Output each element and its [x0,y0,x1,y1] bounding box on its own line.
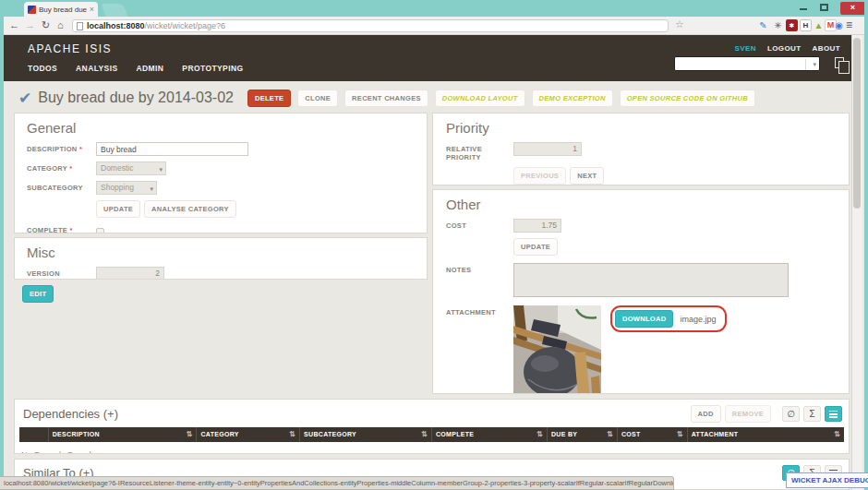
menu-item-admin[interactable]: ADMIN [136,64,163,73]
download-layout-button[interactable]: DOWNLOAD LAYOUT [435,90,525,107]
priority-heading: Priority [446,120,849,136]
open-source-button[interactable]: OPEN SOURCE CODE ON GITHUB [620,90,755,107]
cost-field: 1.75 [513,219,561,233]
main-menu: TODOS ANALYSIS ADMIN PROTOTYPING [28,64,243,73]
column-category[interactable]: CATEGORY⇅ [197,427,300,442]
browser-tab[interactable]: Buy bread due by 20 × [24,2,98,17]
close-window-button[interactable]: × [840,2,865,15]
description-label: DESCRIPTION * [27,142,96,153]
copy-icon[interactable] [835,57,844,68]
back-icon[interactable]: ← [9,18,19,32]
sort-icon: ⇅ [677,431,683,438]
subcategory-label: SUBCATEGORY [27,181,96,192]
category-label: CATEGORY * [27,161,96,173]
column-complete[interactable]: COMPLETE⇅ [431,427,547,442]
browser-window: Buy bread due by 20 × × ← → ↻ ⌂ localhos… [0,0,868,490]
window-edge-left [0,0,4,490]
browser-menu-icon[interactable]: ≡ [846,19,852,31]
update-cost-button[interactable]: UPDATE [513,238,558,256]
notes-label: NOTES [446,263,513,274]
chevron-down-icon[interactable]: ▾ [813,61,816,68]
sort-icon: ⇅ [186,431,192,438]
sort-icon: ⇅ [607,431,613,438]
download-button[interactable]: DOWNLOAD [615,310,673,328]
window-edge-right [864,0,868,490]
summary-sigma-icon[interactable]: Σ [803,406,821,422]
reload-icon[interactable]: ↻ [42,18,50,32]
update-button[interactable]: UPDATE [96,200,140,218]
tab-title: Buy bread due by 20 [39,6,87,14]
column-attachment[interactable]: ATTACHMENT⇅ [687,427,844,442]
relative-priority-field: 1 [513,142,582,156]
add-button[interactable]: ADD [691,405,721,423]
column-cost[interactable]: COST⇅ [617,427,687,442]
home-icon[interactable]: ⌂ [57,18,64,32]
app-brand[interactable]: APACHE ISIS [28,42,112,55]
wicket-ajax-debug-link[interactable]: WICKET AJAX DEBUG [786,472,868,488]
about-link[interactable]: ABOUT [813,44,840,53]
description-input[interactable] [96,142,248,156]
general-heading: General [27,120,427,136]
menu-item-todos[interactable]: TODOS [28,64,57,73]
logout-link[interactable]: LOGOUT [767,44,802,53]
notes-textarea [513,263,789,297]
hide-columns-icon[interactable]: ∅ [782,406,800,422]
next-button[interactable]: NEXT [570,167,604,185]
complete-checkbox [96,228,104,233]
misc-panel: Misc VERSION 2 [14,237,428,280]
attachment-image [513,305,601,394]
tab-close-icon[interactable]: × [90,6,94,14]
bookmark-star-icon[interactable]: ☆ [675,18,684,30]
minimize-button[interactable] [800,8,807,10]
h-extension-icon[interactable]: H [800,19,812,31]
no-records-text: No Records Found [15,442,849,454]
url-path: /wicket/wicket/page?6 [145,21,226,30]
menu-item-analysis[interactable]: ANALYSIS [76,64,117,73]
misc-heading: Misc [27,245,427,260]
column-description[interactable]: DESCRIPTION⇅ [48,427,197,442]
delete-button[interactable]: DELETE [247,90,291,107]
pencil-extension-icon[interactable]: ✎ [757,19,769,31]
status-bar: localhost:8080/wicket/wicket/page?6-IRes… [0,476,674,490]
recent-changes-button[interactable]: RECENT CHANGES [344,90,428,107]
maximize-button[interactable] [820,4,828,11]
app-header: APACHE ISIS SVEN LOGOUT ABOUT TODOS ANAL… [4,35,851,81]
browser-toolbar: ← → ↻ ⌂ localhost:8080/wicket/wicket/pag… [4,17,864,35]
cost-label: COST [446,219,513,230]
page-icon [77,22,83,30]
version-field: 2 [96,267,164,280]
priority-panel: Priority RELATIVE PRIORITY 1 PREVIOUS NE… [432,113,850,185]
relative-priority-label: RELATIVE PRIORITY [446,142,513,161]
favicon-icon [28,6,36,14]
header-search-select[interactable]: ▾ [674,56,820,71]
drive-extension-icon[interactable]: ▲ [813,19,825,31]
dependencies-table: DESCRIPTION⇅ CATEGORY⇅ SUBCATEGORY⇅ COMP… [19,427,844,442]
demo-exception-button[interactable]: DEMO EXCEPTION [532,90,613,107]
menu-item-prototyping[interactable]: PROTOTYPING [182,64,243,73]
attachment-filename: image.jpg [680,315,716,324]
user-menu[interactable]: SVEN [735,44,756,53]
category-select: Domestic▾ [96,161,166,175]
forward-icon[interactable]: → [25,18,35,32]
sort-icon: ⇅ [289,431,295,438]
address-bar[interactable]: localhost:8080/wicket/wicket/page?6 [72,19,669,32]
scrollbar-thumb[interactable] [853,38,861,209]
subcategory-select: Shopping▾ [96,181,157,195]
page-title: Buy bread due by 2014-03-02 [38,90,234,106]
sort-icon: ⇅ [421,431,428,438]
complete-label: COMPLETE * [27,223,96,233]
browser-titlebar [0,0,868,17]
analyse-category-button[interactable]: ANALYSE CATEGORY [144,200,236,218]
clone-button[interactable]: CLONE [297,90,338,107]
sort-icon: ⇅ [536,431,543,438]
circle-extension-icon[interactable]: ◉ [833,19,845,31]
dependencies-heading[interactable]: Dependencies (+) [23,407,118,421]
fan-extension-icon[interactable]: ✳ [772,19,784,31]
list-view-icon[interactable] [825,406,842,422]
edit-button[interactable]: EDIT [22,285,54,303]
url-text[interactable]: localhost:8080/wicket/wicket/page?6 [87,21,225,30]
column-subcategory[interactable]: SUBCATEGORY⇅ [300,427,432,442]
entity-title-row: ✔ Buy bread due by 2014-03-02 DELETE CLO… [18,87,755,109]
asterisk-extension-icon[interactable]: ✱ [786,19,798,31]
column-due-by[interactable]: DUE BY⇅ [548,427,618,442]
